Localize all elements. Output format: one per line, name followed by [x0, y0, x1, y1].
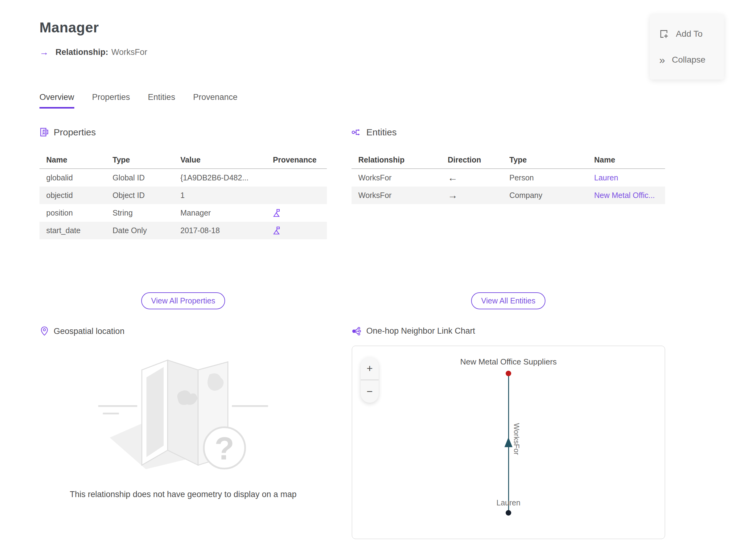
entity-relationship: WorksFor	[352, 191, 441, 200]
tab-entities[interactable]: Entities	[148, 93, 175, 108]
company-node[interactable]	[506, 371, 511, 376]
person-node[interactable]	[506, 510, 511, 516]
entity-name-link[interactable]: New Metal Offic...	[587, 191, 665, 200]
link-chart-card: + − New Metal Office Suppliers WorksFor …	[352, 346, 665, 539]
provenance-flag-icon[interactable]	[273, 226, 327, 235]
entity-type: Person	[502, 173, 587, 182]
view-all-properties-wrap: View All Properties	[39, 292, 327, 309]
tab-bar: Overview Properties Entities Provenance	[39, 93, 238, 108]
table-row: objectid Object ID 1	[39, 187, 327, 204]
link-chart-heading-label: One-hop Neighbor Link Chart	[366, 326, 475, 336]
collapse-chevrons-icon: »	[659, 55, 665, 65]
geospatial-heading: Geospatial location	[40, 326, 124, 336]
col-direction: Direction	[441, 156, 502, 164]
prop-name: objectid	[39, 191, 106, 200]
collapse-label: Collapse	[672, 55, 706, 65]
link-chart-heading: One-hop Neighbor Link Chart	[352, 326, 475, 336]
table-row: position String Manager	[39, 204, 327, 222]
properties-table-header: Name Type Value Provenance	[39, 151, 327, 169]
question-mark-glyph: ?	[214, 431, 234, 466]
prop-value: {1A9DB2B6-D482...	[174, 173, 266, 182]
properties-heading: Properties	[39, 127, 327, 137]
prop-type: String	[106, 208, 174, 217]
prop-name: position	[39, 208, 106, 217]
col-type: Type	[502, 156, 587, 164]
col-type: Type	[106, 156, 174, 164]
geospatial-heading-label: Geospatial location	[54, 326, 124, 336]
view-all-entities-wrap: View All Entities	[352, 292, 665, 309]
folded-map-illustration: ?	[97, 352, 270, 475]
provenance-flag-icon[interactable]	[273, 208, 327, 218]
map-placeholder: ?	[39, 352, 327, 475]
prop-provenance	[266, 208, 327, 218]
table-row: WorksFor → Company New Metal Offic...	[352, 187, 665, 204]
tab-properties[interactable]: Properties	[92, 93, 130, 108]
entities-section: Entities Relationship Direction Type Nam…	[352, 127, 665, 204]
direction-arrow-icon: →	[441, 190, 502, 201]
add-to-button[interactable]: Add To	[650, 29, 724, 39]
table-row: globalid Global ID {1A9DB2B6-D482...	[39, 169, 327, 187]
bottom-node-label: Lauren	[352, 498, 665, 507]
col-provenance: Provenance	[266, 156, 327, 164]
table-row: WorksFor ← Person Lauren	[352, 169, 665, 187]
link-chart-icon	[352, 326, 361, 336]
relationship-arrow-icon: →	[39, 47, 49, 57]
col-value: Value	[174, 156, 266, 164]
add-to-label: Add To	[676, 29, 703, 39]
entities-heading-label: Entities	[366, 127, 396, 137]
prop-name: start_date	[39, 226, 106, 235]
entity-relationship: WorksFor	[352, 173, 441, 182]
relationship-type-value: WorksFor	[111, 48, 148, 57]
properties-section: Properties Name Type Value Provenance gl…	[39, 127, 327, 239]
properties-icon	[39, 128, 49, 137]
entities-icon	[352, 128, 361, 137]
view-all-entities-button[interactable]: View All Entities	[471, 292, 545, 309]
entity-name-link[interactable]: Lauren	[587, 173, 665, 182]
col-name: Name	[587, 156, 665, 164]
page-title: Manager	[39, 19, 99, 36]
tab-overview[interactable]: Overview	[39, 93, 74, 108]
col-name: Name	[39, 156, 106, 164]
prop-type: Date Only	[106, 226, 174, 235]
zoom-out-button[interactable]: −	[361, 380, 379, 403]
top-node-label: New Metal Office Suppliers	[352, 357, 665, 367]
edge-label: WorksFor	[512, 423, 521, 455]
tab-provenance[interactable]: Provenance	[193, 93, 238, 108]
relationship-label: Relationship:	[56, 48, 108, 57]
entities-heading: Entities	[352, 127, 665, 137]
map-pin-icon	[40, 326, 49, 336]
add-to-icon	[659, 29, 669, 39]
edge-arrow-icon	[504, 437, 513, 447]
prop-value: 2017-08-18	[174, 226, 266, 235]
properties-heading-label: Properties	[54, 127, 96, 137]
actions-card: Add To » Collapse	[650, 14, 724, 80]
entities-table-header: Relationship Direction Type Name	[352, 151, 665, 169]
prop-value: Manager	[174, 208, 266, 217]
prop-type: Global ID	[106, 173, 174, 182]
relationship-detail-page: Manager → Relationship: WorksFor Add To …	[0, 0, 740, 560]
prop-name: globalid	[39, 173, 106, 182]
relationship-subtitle: → Relationship: WorksFor	[39, 47, 148, 57]
entity-type: Company	[502, 191, 587, 200]
prop-type: Object ID	[106, 191, 174, 200]
collapse-button[interactable]: » Collapse	[650, 55, 724, 65]
col-relationship: Relationship	[352, 156, 441, 164]
prop-value: 1	[174, 191, 266, 200]
geospatial-empty-message: This relationship does not have geometry…	[39, 490, 327, 499]
prop-provenance	[266, 226, 327, 235]
table-row: start_date Date Only 2017-08-18	[39, 222, 327, 239]
direction-arrow-icon: ←	[441, 172, 502, 183]
view-all-properties-button[interactable]: View All Properties	[141, 292, 225, 309]
